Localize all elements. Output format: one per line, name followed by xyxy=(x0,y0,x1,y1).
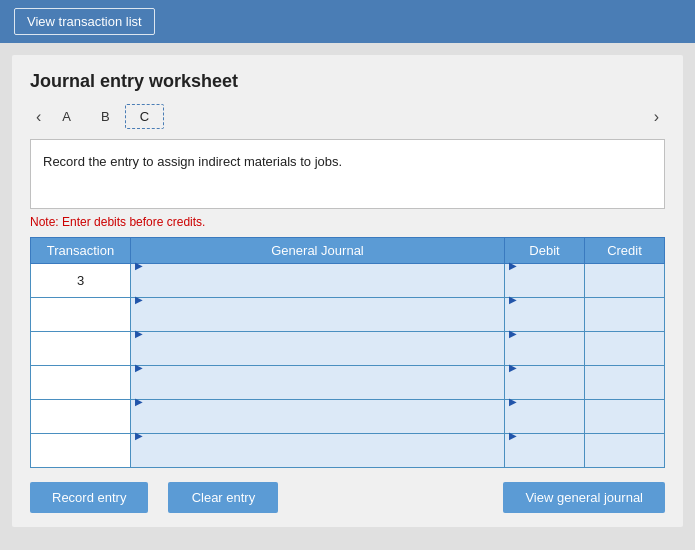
transaction-cell xyxy=(31,366,131,400)
col-header-transaction: Transaction xyxy=(31,238,131,264)
main-container: Journal entry worksheet ‹ A B C › Record… xyxy=(12,55,683,527)
credit-cell[interactable] xyxy=(585,332,665,366)
view-transaction-button[interactable]: View transaction list xyxy=(14,8,155,35)
credit-cell[interactable] xyxy=(585,298,665,332)
actions-row: Record entry Clear entry View general jo… xyxy=(30,482,665,513)
col-header-journal: General Journal xyxy=(131,238,505,264)
transaction-cell xyxy=(31,434,131,468)
journal-cell[interactable]: ▶ xyxy=(131,332,505,366)
record-entry-button[interactable]: Record entry xyxy=(30,482,148,513)
debit-cell[interactable]: ▶ xyxy=(505,434,585,468)
next-tab-arrow[interactable]: › xyxy=(648,106,665,128)
journal-cell[interactable]: ▶ xyxy=(131,298,505,332)
table-row: ▶▶ xyxy=(31,434,665,468)
tab-navigation: ‹ A B C › xyxy=(30,104,665,129)
table-row: ▶▶ xyxy=(31,366,665,400)
credit-cell[interactable] xyxy=(585,400,665,434)
tab-b[interactable]: B xyxy=(86,104,125,129)
prev-tab-arrow[interactable]: ‹ xyxy=(30,106,47,128)
transaction-cell xyxy=(31,298,131,332)
credit-input[interactable] xyxy=(589,434,660,467)
table-row: ▶▶ xyxy=(31,400,665,434)
journal-cell[interactable]: ▶ xyxy=(131,400,505,434)
credit-input[interactable] xyxy=(589,298,660,331)
credit-input[interactable] xyxy=(589,264,660,297)
journal-cell[interactable]: ▶ xyxy=(131,366,505,400)
credit-cell[interactable] xyxy=(585,366,665,400)
col-header-credit: Credit xyxy=(585,238,665,264)
transaction-cell xyxy=(31,332,131,366)
transaction-cell: 3 xyxy=(31,264,131,298)
note-text: Note: Enter debits before credits. xyxy=(30,215,665,229)
journal-cell[interactable]: ▶ xyxy=(131,434,505,468)
credit-cell[interactable] xyxy=(585,264,665,298)
journal-table: Transaction General Journal Debit Credit… xyxy=(30,237,665,468)
credit-cell[interactable] xyxy=(585,434,665,468)
clear-entry-button[interactable]: Clear entry xyxy=(168,482,278,513)
instruction-box: Record the entry to assign indirect mate… xyxy=(30,139,665,209)
credit-input[interactable] xyxy=(589,366,660,399)
table-row: 3▶▶ xyxy=(31,264,665,298)
top-bar: View transaction list xyxy=(0,0,695,43)
table-row: ▶▶ xyxy=(31,298,665,332)
table-row: ▶▶ xyxy=(31,332,665,366)
credit-input[interactable] xyxy=(589,332,660,365)
journal-cell[interactable]: ▶ xyxy=(131,264,505,298)
credit-input[interactable] xyxy=(589,400,660,433)
journal-input[interactable] xyxy=(135,442,500,475)
debit-input[interactable] xyxy=(509,442,580,475)
transaction-cell xyxy=(31,400,131,434)
worksheet-title: Journal entry worksheet xyxy=(30,71,665,92)
tab-a[interactable]: A xyxy=(47,104,86,129)
tab-c[interactable]: C xyxy=(125,104,164,129)
instruction-text: Record the entry to assign indirect mate… xyxy=(43,154,342,169)
view-general-journal-button[interactable]: View general journal xyxy=(503,482,665,513)
